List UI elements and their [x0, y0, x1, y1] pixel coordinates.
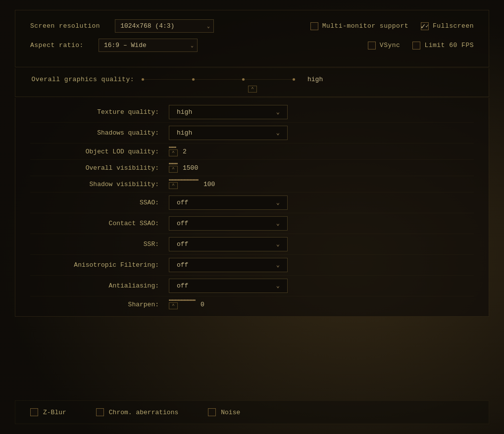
texture-quality-value: high [177, 108, 192, 116]
contact-ssao-dropdown[interactable]: off [169, 216, 288, 231]
quality-section: Overall graphics quality: high ^ [15, 68, 489, 97]
chrom-label: Chrom. aberrations [109, 409, 178, 416]
anisotropic-value: off [177, 261, 188, 269]
anisotropic-control: off [169, 258, 474, 272]
shadows-quality-label: Shadows quality: [30, 129, 169, 137]
overall-visibility-value: 1500 [183, 164, 207, 172]
lod-handle-btn[interactable]: ^ [169, 149, 178, 156]
q-dot-4 [293, 78, 295, 81]
chrom-checkbox[interactable] [96, 408, 104, 416]
lod-quality-value: 2 [183, 148, 207, 155]
limit60-group: Limit 60 FPS [412, 42, 474, 49]
visibility-dots[interactable] [169, 163, 178, 164]
shadows-quality-row: Shadows quality: high [30, 123, 474, 144]
main-panel: Screen resolution 1024x768 (4:3) ⌄ Multi… [0, 0, 504, 434]
anisotropic-dropdown[interactable]: off [169, 258, 288, 272]
aspect-label: Aspect ratio: [30, 42, 84, 49]
quality-dots [142, 78, 295, 81]
top-section: Screen resolution 1024x768 (4:3) ⌄ Multi… [15, 10, 489, 67]
aspect-row: Aspect ratio: 16:9 – Wide ⌄ VSync Limit … [30, 39, 474, 52]
antialiasing-label: Antialiasing: [30, 282, 169, 289]
limit60-checkbox[interactable] [412, 42, 420, 49]
sharpen-control: ^ 0 [169, 299, 474, 309]
fullscreen-check-icon: ✓ [421, 21, 426, 31]
limit60-label: Limit 60 FPS [424, 42, 474, 49]
settings-section: Texture quality: high Shadows quality: h… [15, 98, 489, 317]
resolution-row: Screen resolution 1024x768 (4:3) ⌄ Multi… [30, 19, 474, 33]
fullscreen-checkbox[interactable]: ✓ [421, 22, 429, 30]
q-spacer-3 [245, 79, 293, 80]
visibility-slider-container: ^ [169, 163, 178, 173]
shadow-vis-dots[interactable] [169, 179, 199, 181]
shadows-quality-control: high [169, 126, 474, 140]
quality-handle-btn[interactable]: ^ [248, 86, 257, 93]
ssr-dropdown[interactable]: off [169, 237, 288, 251]
zblur-group: Z-Blur [30, 408, 66, 416]
bottom-section: Z-Blur Chrom. aberrations Noise [15, 400, 489, 424]
q-spacer-1 [144, 79, 192, 80]
lod-quality-label: Object LOD quality: [30, 148, 169, 155]
ssao-row: SSAO: off [30, 193, 474, 213]
noise-checkbox[interactable] [208, 408, 216, 416]
sv-dot-20 [197, 179, 199, 181]
ssao-label: SSAO: [30, 199, 169, 206]
overall-quality-slider[interactable] [142, 78, 295, 81]
sh-dot-18 [194, 299, 196, 301]
texture-quality-label: Texture quality: [30, 108, 169, 116]
antialiasing-row: Antialiasing: off [30, 276, 474, 296]
visibility-handle-btn[interactable]: ^ [169, 166, 178, 173]
lod-slider-container: ^ [169, 146, 178, 156]
ssao-control: off [169, 195, 474, 210]
quality-handle-container: ^ [248, 86, 474, 93]
vsync-label: VSync [380, 42, 401, 49]
ssr-row: SSR: off [30, 234, 474, 255]
overall-visibility-label: Overall visibility: [30, 164, 169, 172]
contact-ssao-value: off [177, 220, 188, 227]
resolution-label: Screen resolution [30, 22, 100, 30]
shadow-visibility-value: 100 [203, 181, 228, 188]
sharpen-dots[interactable] [169, 299, 196, 301]
shadow-visibility-label: Shadow visibility: [30, 181, 169, 188]
anisotropic-row: Anisotropic Filtering: off [30, 255, 474, 276]
lod-dot-5 [175, 146, 176, 148]
overall-visibility-control: ^ 1500 [169, 163, 474, 173]
lod-dots[interactable] [169, 146, 176, 148]
zblur-checkbox[interactable] [30, 408, 38, 416]
shadows-quality-dropdown[interactable]: high [169, 126, 288, 140]
antialiasing-value: off [177, 282, 188, 289]
lod-quality-control: ^ 2 [169, 146, 474, 156]
sharpen-value: 0 [201, 301, 225, 308]
ssao-dropdown[interactable]: off [169, 195, 288, 210]
texture-quality-dropdown[interactable]: high [169, 105, 288, 119]
resolution-select[interactable]: 1024x768 (4:3) [115, 19, 214, 33]
shadow-vis-handle-btn[interactable]: ^ [169, 182, 178, 189]
shadow-visibility-control: ^ 100 [169, 179, 474, 189]
contact-ssao-row: Contact SSAO: off [30, 213, 474, 234]
overall-quality-label: Overall graphics quality: [30, 76, 134, 83]
multimonitor-checkbox[interactable] [310, 22, 318, 30]
antialiasing-dropdown[interactable]: off [169, 279, 288, 293]
vsync-checkbox[interactable] [368, 42, 376, 49]
fullscreen-label: Fullscreen [433, 22, 474, 30]
sharpen-handle-btn[interactable]: ^ [169, 302, 178, 309]
q-spacer-2 [195, 79, 243, 80]
vis-dot-6 [176, 163, 178, 164]
ssao-value: off [177, 199, 188, 206]
vsync-limit-controls: VSync Limit 60 FPS [368, 42, 474, 49]
multimonitor-group: Multi-monitor support [310, 22, 408, 30]
sharpen-slider-container: ^ [169, 299, 196, 309]
noise-label: Noise [221, 409, 240, 416]
sharpen-label: Sharpen: [30, 301, 169, 308]
ssr-value: off [177, 241, 188, 248]
texture-quality-row: Texture quality: high [30, 102, 474, 123]
anisotropic-label: Anisotropic Filtering: [30, 261, 169, 269]
top-right-controls: Multi-monitor support ✓ Fullscreen [310, 22, 474, 30]
zblur-label: Z-Blur [43, 409, 66, 416]
noise-group: Noise [208, 408, 240, 416]
resolution-select-wrapper: 1024x768 (4:3) ⌄ [115, 19, 214, 33]
fullscreen-group: ✓ Fullscreen [421, 22, 474, 30]
aspect-select[interactable]: 16:9 – Wide [99, 39, 198, 52]
texture-quality-control: high [169, 105, 474, 119]
lod-quality-row: Object LOD quality: ^ 2 [30, 144, 474, 160]
contact-ssao-label: Contact SSAO: [30, 220, 169, 227]
